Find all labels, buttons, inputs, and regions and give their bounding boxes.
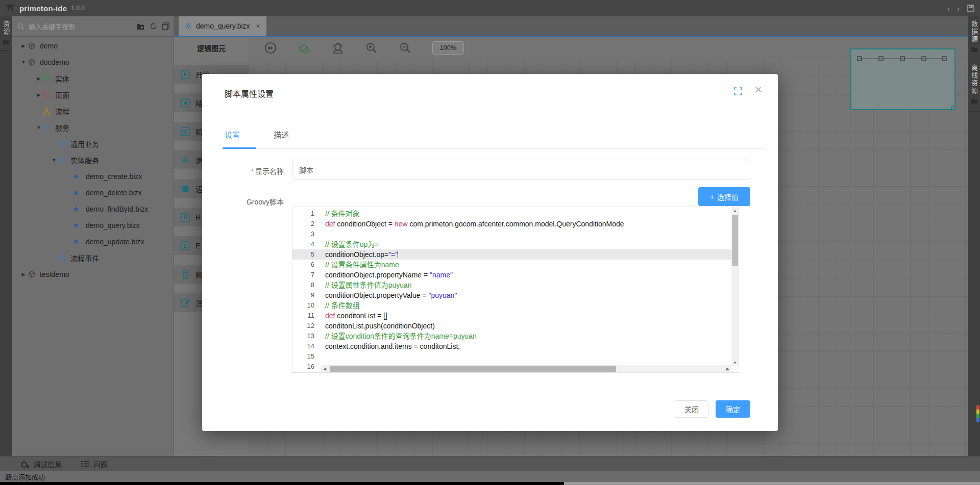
active-tab-indicator xyxy=(223,147,256,149)
vertical-scroll-thumb[interactable] xyxy=(732,215,738,266)
code-line-content xyxy=(321,229,325,239)
editor-vertical-scrollbar[interactable]: ▲ ▼ xyxy=(731,207,739,366)
scroll-up-icon[interactable]: ▲ xyxy=(731,207,739,214)
code-line-content: conditionObject.propertyValue = "puyuan" xyxy=(321,290,457,300)
code-line-content: def conditonList = [] xyxy=(321,311,387,321)
plus-icon: + xyxy=(710,193,714,201)
display-name-label: *显示名称 xyxy=(212,166,284,176)
code-line-content: conditonList.push(conditionObject) xyxy=(321,321,435,331)
line-number: 5 xyxy=(292,249,321,260)
code-line-10[interactable]: 10// 条件数组 xyxy=(292,300,739,311)
tabs-divider xyxy=(223,148,764,149)
display-name-input[interactable]: 脚本 xyxy=(292,160,750,180)
code-line-14[interactable]: 14context.condition.and.items = conditon… xyxy=(292,341,739,351)
code-line-content: def conditionObject = new com.primeton.g… xyxy=(321,219,624,229)
line-number: 16 xyxy=(292,362,321,372)
code-line-content: // 设置condition条件的查询条件为name=puyuan xyxy=(321,331,477,341)
script-properties-dialog: 脚本属性设置 × 设置 描述 *显示名称 脚本 Groovy脚本 + 选择值 1… xyxy=(202,74,778,431)
line-number: 10 xyxy=(292,300,321,311)
scroll-down-icon[interactable]: ▼ xyxy=(731,359,739,366)
line-number: 12 xyxy=(292,321,321,331)
code-line-content: conditionObject.propertyName = "name" xyxy=(321,270,453,280)
code-line-7[interactable]: 7conditionObject.propertyName = "name" xyxy=(292,270,739,280)
close-icon[interactable]: × xyxy=(755,84,762,95)
code-line-3[interactable]: 3 xyxy=(292,229,739,239)
display-name-value: 脚本 xyxy=(299,165,313,175)
code-line-6[interactable]: 6// 设置条件属性为name xyxy=(292,260,739,270)
tab-description[interactable]: 描述 xyxy=(274,129,289,147)
code-line-content: conditionObject.op="=" xyxy=(321,249,398,260)
editor-horizontal-scrollbar[interactable]: ◀ ▶ xyxy=(321,365,731,372)
maximize-icon[interactable] xyxy=(734,87,742,97)
line-number: 4 xyxy=(292,239,321,249)
close-button[interactable]: 关闭 xyxy=(675,400,708,418)
line-number: 6 xyxy=(292,260,321,270)
line-number: 3 xyxy=(292,229,321,239)
code-line-13[interactable]: 13// 设置condition条件的查询条件为name=puyuan xyxy=(292,331,739,341)
ok-button[interactable]: 确定 xyxy=(716,400,750,418)
code-line-content: // 条件数组 xyxy=(321,300,360,311)
code-line-1[interactable]: 1// 条件对象 xyxy=(292,209,739,219)
ide-window: primeton-ide 1.0.0 ‹ › 资源 数据源离线资源 输入关键字搜… xyxy=(0,0,980,485)
code-line-4[interactable]: 4// 设置条件op为= xyxy=(292,239,739,249)
groovy-script-label: Groovy脚本 xyxy=(212,196,284,207)
code-line-content: // 设置条件op为= xyxy=(321,239,379,249)
text-cursor xyxy=(398,250,398,258)
groovy-code-editor[interactable]: 1// 条件对象2def conditionObject = new com.p… xyxy=(292,207,739,373)
line-number: 7 xyxy=(292,270,321,280)
tab-settings[interactable]: 设置 xyxy=(225,129,240,147)
scroll-right-icon[interactable]: ▶ xyxy=(724,365,731,372)
code-line-12[interactable]: 12conditonList.push(conditionObject) xyxy=(292,321,739,331)
code-line-2[interactable]: 2def conditionObject = new com.primeton.… xyxy=(292,219,739,229)
line-number: 2 xyxy=(292,219,321,229)
code-line-content: context.condition.and.items = conditonLi… xyxy=(321,341,460,351)
code-line-5[interactable]: 5conditionObject.op="=" xyxy=(292,249,739,260)
dialog-title: 脚本属性设置 xyxy=(225,87,274,99)
code-line-8[interactable]: 8// 设置属性条件值为puyuan xyxy=(292,280,739,290)
code-line-15[interactable]: 15 xyxy=(292,351,739,362)
line-number: 1 xyxy=(292,209,321,219)
line-number: 15 xyxy=(292,351,321,362)
line-number: 14 xyxy=(292,341,321,351)
line-number: 9 xyxy=(292,290,321,300)
code-line-content: // 条件对象 xyxy=(321,209,360,219)
code-line-11[interactable]: 11def conditonList = [] xyxy=(292,311,739,321)
line-number: 11 xyxy=(292,311,321,321)
line-number: 8 xyxy=(292,280,321,290)
dialog-tabs: 设置 描述 xyxy=(225,129,289,147)
code-line-9[interactable]: 9conditionObject.propertyValue = "puyuan… xyxy=(292,290,739,300)
code-line-content xyxy=(321,351,325,362)
code-line-content: // 设置属性条件值为puyuan xyxy=(321,280,412,290)
required-asterisk: * xyxy=(251,167,254,175)
scroll-left-icon[interactable]: ◀ xyxy=(321,365,328,372)
horizontal-scroll-thumb[interactable] xyxy=(330,366,616,372)
choose-value-button[interactable]: + 选择值 xyxy=(698,187,750,206)
line-number: 13 xyxy=(292,331,321,341)
code-line-content: // 设置条件属性为name xyxy=(321,260,399,270)
